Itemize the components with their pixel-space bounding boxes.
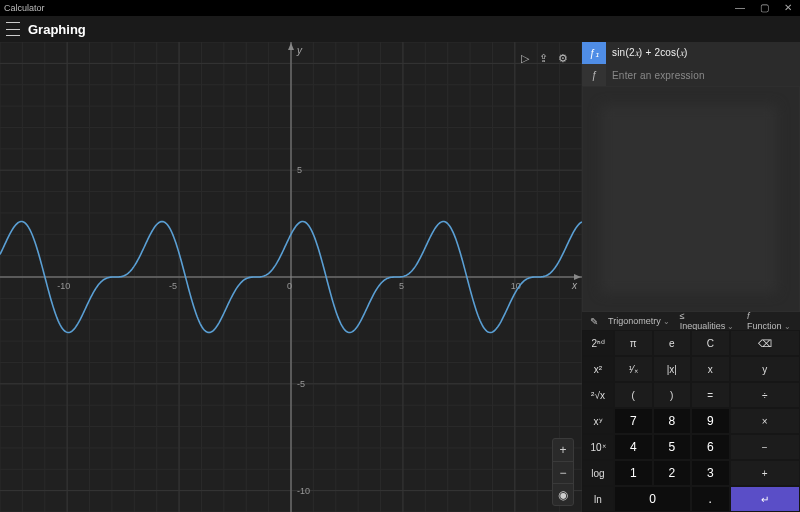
key-y-var[interactable]: y	[730, 356, 801, 382]
expression-text-1[interactable]: sin(2𝑥) + 2cos(𝑥)	[606, 42, 800, 64]
pencil-icon[interactable]: ✎	[590, 316, 598, 327]
category-bar: ✎ Trigonometry⌄ ≤ Inequalities⌄ f Functi…	[582, 312, 800, 330]
hamburger-menu-button[interactable]	[6, 22, 20, 36]
graph-canvas[interactable]: xy-10-505105-5-10 ▷ ⇪ ⚙ + − ◉	[0, 42, 582, 512]
minimize-button[interactable]: —	[728, 0, 752, 16]
key-8[interactable]: 8	[653, 408, 692, 434]
key-clear[interactable]: C	[691, 330, 730, 356]
svg-text:5: 5	[297, 165, 302, 175]
expression-placeholder[interactable]: Enter an expression	[606, 64, 800, 86]
zoom-controls: + − ◉	[552, 438, 574, 506]
key-sqrt[interactable]: ²√x	[582, 382, 614, 408]
function-badge-blank: ƒ	[582, 64, 606, 86]
expression-blank-area	[582, 86, 800, 312]
key-plus[interactable]: +	[730, 460, 801, 486]
keypad: 2ⁿᵈ π e C ⌫ x² ¹⁄ₓ |x| x y ²√x ( ) = ÷ x…	[582, 330, 800, 512]
key-equals[interactable]: =	[691, 382, 730, 408]
expression-row-2[interactable]: ƒ Enter an expression	[582, 64, 800, 86]
key-7[interactable]: 7	[614, 408, 653, 434]
key-rparen[interactable]: )	[653, 382, 692, 408]
key-reciprocal[interactable]: ¹⁄ₓ	[614, 356, 653, 382]
key-ln[interactable]: ln	[582, 486, 614, 512]
key-6[interactable]: 6	[691, 434, 730, 460]
key-minus[interactable]: −	[730, 434, 801, 460]
function-badge-f1: ƒ₁	[582, 42, 606, 64]
key-10x[interactable]: 10ˣ	[582, 434, 614, 460]
graph-settings-icon[interactable]: ⚙	[558, 52, 568, 65]
key-x-squared[interactable]: x²	[582, 356, 614, 382]
key-2nd[interactable]: 2ⁿᵈ	[582, 330, 614, 356]
svg-marker-63	[288, 43, 294, 50]
page-title: Graphing	[28, 22, 86, 37]
key-pi[interactable]: π	[614, 330, 653, 356]
key-4[interactable]: 4	[614, 434, 653, 460]
svg-text:-10: -10	[57, 281, 70, 291]
trig-menu[interactable]: Trigonometry⌄	[608, 316, 670, 326]
graph-tools: ▷ ⇪ ⚙	[515, 50, 574, 67]
trace-icon[interactable]: ▷	[521, 52, 529, 65]
key-backspace[interactable]: ⌫	[730, 330, 801, 356]
function-menu[interactable]: f Function⌄	[747, 311, 792, 331]
key-9[interactable]: 9	[691, 408, 730, 434]
maximize-button[interactable]: ▢	[752, 0, 776, 16]
svg-text:-5: -5	[169, 281, 177, 291]
svg-text:y: y	[296, 45, 303, 56]
key-dot[interactable]: .	[691, 486, 730, 512]
key-log[interactable]: log	[582, 460, 614, 486]
svg-text:-5: -5	[297, 379, 305, 389]
svg-text:5: 5	[399, 281, 404, 291]
zoom-out-button[interactable]: −	[553, 461, 573, 483]
zoom-in-button[interactable]: +	[553, 439, 573, 461]
key-3[interactable]: 3	[691, 460, 730, 486]
zoom-reset-button[interactable]: ◉	[553, 483, 573, 505]
share-icon[interactable]: ⇪	[539, 52, 548, 65]
svg-text:-10: -10	[297, 486, 310, 496]
key-e[interactable]: e	[653, 330, 692, 356]
svg-text:0: 0	[287, 281, 292, 291]
key-lparen[interactable]: (	[614, 382, 653, 408]
key-enter[interactable]: ↵	[730, 486, 801, 512]
key-1[interactable]: 1	[614, 460, 653, 486]
expression-row-1[interactable]: ƒ₁ sin(2𝑥) + 2cos(𝑥)	[582, 42, 800, 64]
key-2[interactable]: 2	[653, 460, 692, 486]
key-0[interactable]: 0	[614, 486, 691, 512]
key-divide[interactable]: ÷	[730, 382, 801, 408]
key-5[interactable]: 5	[653, 434, 692, 460]
inequalities-menu[interactable]: ≤ Inequalities⌄	[680, 311, 737, 331]
key-x-var[interactable]: x	[691, 356, 730, 382]
key-multiply[interactable]: ×	[730, 408, 801, 434]
key-abs[interactable]: |x|	[653, 356, 692, 382]
key-power[interactable]: xʸ	[582, 408, 614, 434]
svg-text:x: x	[571, 280, 578, 291]
app-title: Calculator	[4, 3, 45, 13]
close-button[interactable]: ✕	[776, 0, 800, 16]
